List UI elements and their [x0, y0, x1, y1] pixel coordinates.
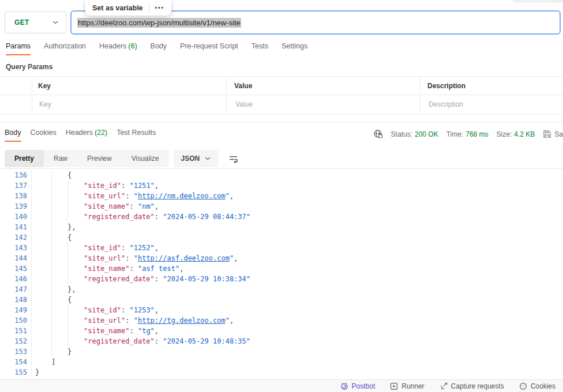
select-all-cell[interactable] — [0, 77, 32, 95]
query-params-header-row: Key Value Description — [0, 77, 563, 95]
indent-guide — [51, 263, 67, 274]
code-token: , — [155, 326, 159, 336]
indent-guide — [51, 232, 67, 243]
code-token: , — [230, 315, 234, 326]
indent-guide — [51, 295, 67, 305]
response-tab-test-results[interactable]: Test Results — [117, 129, 156, 142]
topbar-fragment — [512, 0, 563, 3]
response-body-code[interactable]: 136{137"site_id": "1251",138"site_url": … — [0, 168, 563, 378]
code-token: " — [226, 191, 230, 201]
param-description-input[interactable] — [427, 100, 558, 109]
cookies-label: Cookies — [531, 382, 556, 390]
code-line: 149"site_id": "1253", — [0, 305, 563, 315]
code-token: , — [234, 253, 238, 263]
indent-guide — [35, 253, 51, 263]
code-token: "1251" — [129, 180, 154, 191]
response-headers-count-badge: (22) — [95, 129, 107, 137]
indent-guide — [35, 295, 51, 305]
response-view-toolbar: Pretty Raw Preview Visualize JSON — [5, 150, 563, 167]
indent-guide — [51, 170, 67, 180]
status-badge[interactable]: Status: 200 OK — [391, 130, 438, 138]
runner-play-icon — [390, 382, 398, 390]
tab-pre-request-script[interactable]: Pre-request Script — [180, 42, 238, 55]
indent-guide — [51, 201, 67, 212]
tab-settings[interactable]: Settings — [282, 42, 307, 55]
response-url-link[interactable]: http://asf.deelzoo.com — [138, 253, 230, 263]
code-token: , — [230, 191, 234, 201]
indent-guide — [35, 315, 51, 326]
code-token: : — [129, 201, 137, 212]
code-line: 143"site_id": "1252", — [0, 243, 563, 253]
line-number: 153 — [0, 346, 32, 357]
response-tab-body[interactable]: Body — [5, 129, 21, 142]
line-number: 142 — [0, 232, 32, 243]
code-line: 139"site_name": "nm", — [0, 201, 563, 212]
tab-headers[interactable]: Headers(6) — [99, 42, 137, 55]
line-number: 140 — [0, 212, 32, 222]
indent-guide — [35, 274, 51, 284]
code-line: 136{ — [0, 170, 563, 180]
more-actions-icon[interactable]: ••• — [155, 5, 165, 11]
code-line: 151"site_name": "tg", — [0, 326, 563, 336]
postbot-button[interactable]: Postbot — [340, 382, 376, 390]
code-token: : — [125, 315, 133, 326]
code-token: "nm" — [138, 201, 155, 212]
view-mode-preview[interactable]: Preview — [77, 150, 122, 167]
runner-label: Runner — [401, 382, 424, 390]
status-value: 200 OK — [415, 130, 438, 138]
code-token: }, — [67, 222, 76, 232]
code-token: " — [230, 253, 234, 263]
param-value-input[interactable] — [234, 100, 413, 109]
code-token: : — [125, 253, 133, 263]
code-token: : — [155, 336, 163, 346]
response-tab-headers[interactable]: Headers(22) — [66, 129, 107, 142]
code-token: "1253" — [129, 305, 154, 315]
size-badge[interactable]: Size: 4.2 KB — [497, 130, 535, 138]
view-mode-pretty[interactable]: Pretty — [5, 150, 44, 167]
time-badge[interactable]: Time: 768 ms — [446, 130, 489, 138]
cookies-button[interactable]: Cookies — [519, 382, 556, 390]
response-url-link[interactable]: http://tg.deelzoo.com — [138, 315, 226, 326]
runner-button[interactable]: Runner — [390, 382, 424, 390]
tab-body[interactable]: Body — [151, 42, 167, 55]
line-number: 148 — [0, 295, 32, 305]
cookies-icon — [519, 382, 527, 390]
language-select[interactable]: JSON — [174, 150, 219, 167]
code-token: "site_name" — [84, 201, 129, 212]
code-token: "site_url" — [84, 191, 125, 201]
line-number: 154 — [0, 357, 32, 367]
method-select[interactable]: GET — [5, 12, 66, 33]
view-mode-raw[interactable]: Raw — [44, 150, 77, 167]
response-tab-cookies[interactable]: Cookies — [31, 129, 57, 142]
indent-guide — [51, 243, 67, 253]
indent-guide — [35, 336, 51, 346]
indent-guide — [67, 243, 84, 253]
response-header: Body Cookies Headers(22) Test Results St… — [0, 129, 563, 146]
code-token: "1252" — [129, 243, 154, 253]
globe-lock-icon[interactable] — [373, 129, 383, 139]
indent-guide — [51, 305, 67, 315]
pane-splitter[interactable] — [0, 122, 563, 122]
code-token: : — [129, 263, 137, 274]
indent-guide — [67, 180, 84, 191]
column-header-description: Description — [420, 77, 563, 95]
param-key-input[interactable] — [38, 100, 219, 109]
code-line: 144"site_url": "http://asf.deelzoo.com", — [0, 253, 563, 263]
wrap-lines-icon[interactable] — [228, 154, 238, 164]
view-mode-visualize[interactable]: Visualize — [122, 150, 169, 167]
tab-authorization[interactable]: Authorization — [44, 42, 86, 55]
capture-requests-button[interactable]: Capture requests — [440, 382, 504, 390]
line-number: 150 — [0, 315, 32, 326]
url-context-popup: Set as variable ••• — [85, 0, 171, 16]
tab-params[interactable]: Params — [6, 42, 31, 55]
set-as-variable-menu-item[interactable]: Set as variable — [92, 4, 143, 12]
response-url-link[interactable]: http://nm.deelzoo.com — [138, 191, 226, 201]
code-token: " — [226, 315, 230, 326]
save-response-button[interactable]: Sa — [543, 130, 563, 138]
indent-guide — [35, 170, 51, 180]
column-header-key: Key — [32, 77, 226, 95]
tab-tests[interactable]: Tests — [252, 42, 268, 55]
code-token: } — [67, 346, 72, 357]
code-token: "site_id" — [84, 305, 121, 315]
code-token: : — [155, 212, 163, 222]
